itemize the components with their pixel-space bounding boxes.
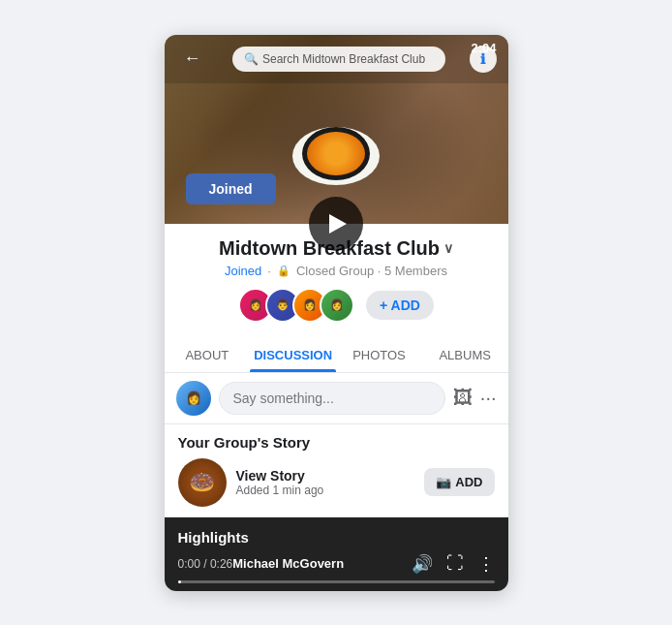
video-time: 0:00 / 0:26 — [178, 557, 233, 571]
compose-input[interactable] — [219, 382, 445, 415]
joined-label: Joined — [225, 264, 261, 278]
compose-actions: 🖼 ··· — [453, 387, 497, 409]
play-icon — [329, 214, 347, 234]
play-button[interactable] — [309, 197, 363, 251]
video-person-name: Michael McGovern — [232, 556, 344, 571]
more-options-icon[interactable]: ··· — [480, 387, 497, 409]
joined-hero-button[interactable]: Joined — [186, 173, 276, 204]
fullscreen-icon[interactable]: ⛶ — [446, 553, 464, 575]
avatar-4: 👩 — [320, 288, 354, 323]
top-bar: ← 🔍 Search Midtown Breakfast Club ℹ 2:04 — [165, 35, 508, 83]
story-section: Your Group's Story 🍩 View Story Added 1 … — [165, 424, 508, 517]
photo-icon[interactable]: 🖼 — [453, 387, 473, 409]
add-member-button[interactable]: + ADD — [366, 291, 434, 320]
story-item: 🍩 View Story Added 1 min ago 📷 ADD — [178, 458, 495, 507]
back-button[interactable]: ← — [176, 45, 209, 73]
video-progress-fill — [178, 580, 181, 583]
search-placeholder: Search Midtown Breakfast Club — [262, 52, 425, 66]
story-add-button[interactable]: 📷 ADD — [424, 468, 494, 496]
video-control-icons: 🔊 ⛶ ⋮ — [412, 553, 495, 575]
story-section-title: Your Group's Story — [178, 434, 495, 451]
highlights-title: Highlights — [178, 529, 495, 546]
lock-icon: 🔒 — [277, 265, 290, 277]
dot-separator: · — [267, 264, 271, 278]
members-row: 👩 👨 👩 👩 + ADD — [180, 288, 493, 323]
story-time: Added 1 min ago — [236, 484, 415, 497]
phone-container: ← 🔍 Search Midtown Breakfast Club ℹ 2:04… — [165, 35, 508, 591]
search-bar[interactable]: 🔍 Search Midtown Breakfast Club — [232, 47, 445, 72]
search-icon: 🔍 — [244, 52, 259, 66]
video-progress-bar[interactable] — [178, 580, 495, 583]
hero-image: ← 🔍 Search Midtown Breakfast Club ℹ 2:04… — [165, 35, 508, 224]
group-meta-text: Closed Group · 5 Members — [296, 264, 447, 278]
compose-bar: 👩 🖼 ··· — [165, 373, 508, 424]
tab-albums[interactable]: ALBUMS — [422, 338, 508, 372]
volume-icon[interactable]: 🔊 — [412, 553, 433, 575]
user-avatar: 👩 — [176, 381, 211, 416]
highlights-section: Highlights 0:00 / 0:26 Michael McGovern … — [165, 517, 508, 591]
tab-discussion[interactable]: DISCUSSION — [250, 338, 336, 372]
avatar-stack: 👩 👨 👩 👩 — [238, 288, 354, 323]
tab-photos[interactable]: PHOTOS — [336, 338, 422, 372]
more-video-icon[interactable]: ⋮ — [477, 553, 495, 575]
group-meta: Joined · 🔒 Closed Group · 5 Members — [180, 264, 493, 278]
tab-about[interactable]: ABOUT — [165, 338, 251, 372]
tabs-bar: ABOUT DISCUSSION PHOTOS ALBUMS — [165, 338, 508, 373]
camera-icon: 📷 — [436, 475, 451, 489]
video-controls-row: 0:00 / 0:26 Michael McGovern 🔊 ⛶ ⋮ — [178, 553, 495, 575]
story-thumbnail: 🍩 — [178, 458, 227, 507]
story-name: View Story — [236, 468, 415, 484]
bowl-decoration — [302, 127, 370, 180]
story-info: View Story Added 1 min ago — [236, 468, 415, 497]
chevron-icon: ∨ — [443, 240, 453, 256]
status-time: 2:04 — [471, 41, 496, 55]
